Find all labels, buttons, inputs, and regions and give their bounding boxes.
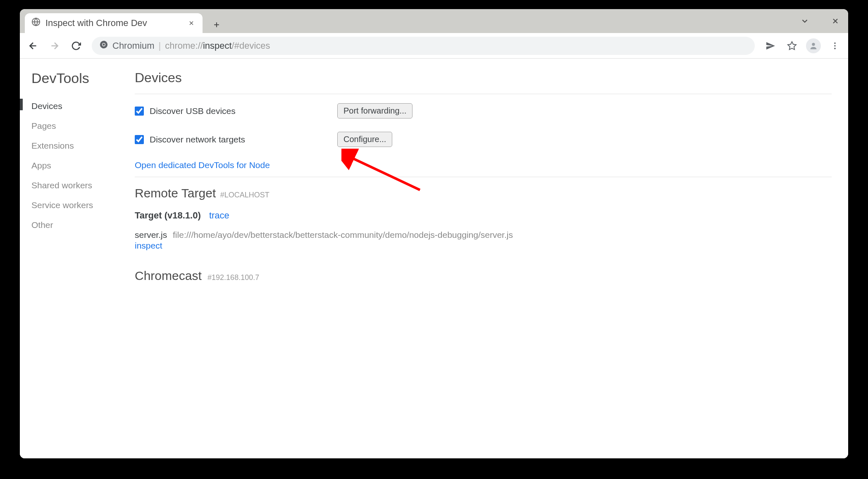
svg-point-5 [834, 42, 836, 44]
page-title: Devices [135, 70, 832, 94]
omnibox-app-label: Chromium [112, 40, 154, 51]
tab-strip: Inspect with Chrome Dev [20, 9, 848, 33]
discover-network-checkbox[interactable] [135, 135, 144, 144]
sidebar-item-devices[interactable]: Devices [31, 96, 126, 116]
kebab-menu-button[interactable] [825, 36, 845, 56]
globe-icon [31, 17, 41, 29]
profile-button[interactable] [804, 36, 823, 56]
sidebar: DevTools Devices Pages Extensions Apps S… [20, 59, 126, 458]
discover-network-label[interactable]: Discover network targets [135, 135, 337, 145]
svg-point-6 [834, 45, 836, 47]
svg-point-4 [812, 43, 815, 45]
file-name: server.js [135, 230, 167, 240]
page-content: DevTools Devices Pages Extensions Apps S… [20, 59, 848, 458]
window-controls [798, 9, 842, 33]
svg-point-7 [834, 47, 836, 49]
discover-usb-row: Discover USB devices Port forwarding... [135, 103, 832, 119]
toolbar: Chromium | chrome://inspect/#devices [20, 33, 848, 59]
configure-button[interactable]: Configure... [337, 132, 392, 147]
sidebar-item-service-workers[interactable]: Service workers [31, 195, 126, 215]
forward-button[interactable] [45, 36, 64, 56]
target-row: Target (v18.1.0) trace [135, 210, 832, 221]
omnibox-divider: | [158, 40, 161, 51]
toolbar-right [761, 36, 845, 56]
sidebar-title: DevTools [31, 70, 126, 86]
discover-usb-checkbox[interactable] [135, 107, 144, 116]
target-file-row: server.js file:///home/ayo/dev/bettersta… [135, 230, 832, 240]
tab-title: Inspect with Chrome Dev [45, 18, 182, 28]
svg-point-3 [103, 43, 105, 46]
port-forwarding-button[interactable]: Port forwarding... [337, 103, 413, 119]
open-devtools-link[interactable]: Open dedicated DevTools for Node [135, 160, 270, 170]
browser-window: Inspect with Chrome Dev [20, 9, 848, 458]
close-window-button[interactable] [828, 14, 842, 28]
main-panel: Devices Discover USB devices Port forwar… [126, 59, 848, 458]
address-bar[interactable]: Chromium | chrome://inspect/#devices [92, 37, 755, 55]
sidebar-item-shared-workers[interactable]: Shared workers [31, 175, 126, 195]
sidebar-item-apps[interactable]: Apps [31, 156, 126, 175]
svg-line-8 [350, 157, 420, 190]
omnibox-url: chrome://inspect/#devices [165, 40, 270, 51]
reload-button[interactable] [66, 36, 86, 56]
sidebar-item-other[interactable]: Other [31, 215, 126, 235]
inspect-link[interactable]: inspect [135, 241, 832, 251]
divider [135, 177, 832, 177]
chromium-icon [99, 40, 108, 52]
close-tab-button[interactable] [187, 19, 196, 28]
discover-usb-label[interactable]: Discover USB devices [135, 106, 337, 116]
sidebar-item-pages[interactable]: Pages [31, 116, 126, 136]
search-tabs-button[interactable] [798, 14, 812, 28]
file-path: file:///home/ayo/dev/betterstack/betters… [173, 230, 513, 240]
target-label: Target (v18.1.0) [135, 210, 201, 221]
discover-network-row: Discover network targets Configure... [135, 132, 832, 147]
trace-link[interactable]: trace [209, 210, 229, 221]
browser-tab[interactable]: Inspect with Chrome Dev [25, 13, 203, 33]
new-tab-button[interactable] [208, 17, 225, 33]
back-button[interactable] [23, 36, 43, 56]
sidebar-item-extensions[interactable]: Extensions [31, 136, 126, 156]
bookmark-button[interactable] [782, 36, 802, 56]
send-icon[interactable] [761, 36, 780, 56]
chromecast-heading: Chromecast #192.168.100.7 [135, 269, 832, 283]
remote-target-heading: Remote Target #LOCALHOST [135, 186, 832, 200]
